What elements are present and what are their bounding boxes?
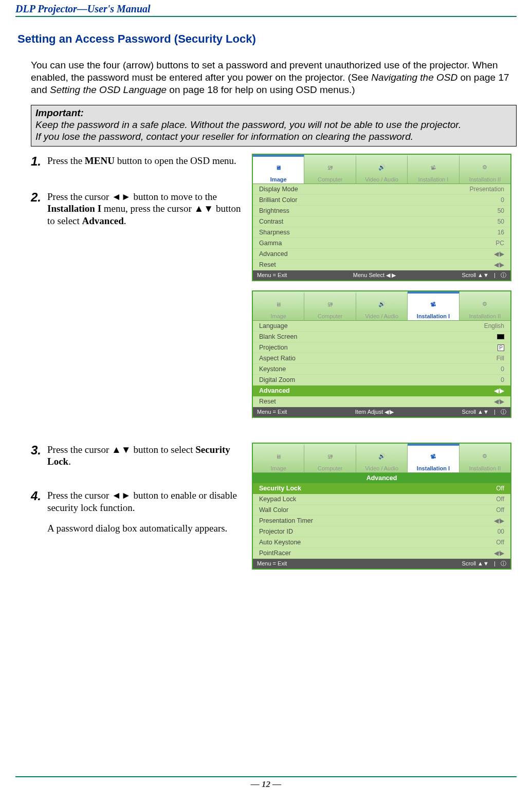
osd2-body: LanguageEnglish Blank Screen ProjectionP… bbox=[253, 321, 510, 407]
osd2-tab1-label: Image bbox=[270, 313, 286, 319]
osd2-row: Keystone0 bbox=[253, 364, 510, 375]
info-icon: ⓘ bbox=[501, 271, 506, 279]
footer-rule bbox=[15, 776, 517, 777]
osd-screenshot-2: 🖥Image 🖳Computer 🔊Video / Audio 📽Install… bbox=[252, 290, 511, 418]
projector-icon: 📽 bbox=[430, 164, 436, 171]
step-3-text-c: . bbox=[68, 456, 71, 467]
computer-icon: 🖳 bbox=[327, 164, 333, 171]
osd1-r2-value: 50 bbox=[498, 207, 504, 214]
osd3-r6-value: ◀∕▶ bbox=[494, 550, 504, 557]
osd2-row: Reset◀∕▶ bbox=[253, 396, 510, 407]
step-1-text-a: Press the bbox=[47, 155, 85, 166]
osd2-foot-left: Menu = Exit bbox=[257, 409, 287, 415]
note-line-2: If you lose the password, contact your r… bbox=[35, 131, 512, 143]
step-3: 3. Press the cursor ▲▼ button to select … bbox=[31, 443, 247, 468]
speaker-icon: 🔊 bbox=[378, 164, 386, 171]
intro-italic-1: Navigating the OSD bbox=[371, 72, 457, 83]
osd1-r7-label: Reset bbox=[259, 261, 276, 268]
header-rule bbox=[15, 16, 517, 17]
osd3-tab-video: 🔊Video / Audio bbox=[356, 444, 408, 472]
osd2-r5-label: Digital Zoom bbox=[259, 376, 295, 383]
osd2-footer: Menu = Exit Item Adjust ◀∕▶ Scroll ▲▼ | … bbox=[253, 407, 510, 417]
step-1-bold: MENU bbox=[85, 155, 115, 166]
osd1-row: Contrast50 bbox=[253, 216, 510, 227]
osd2-r7-value: ◀∕▶ bbox=[494, 398, 504, 405]
gear-icon: ⚙ bbox=[482, 164, 487, 171]
osd1-tab1-label: Image bbox=[270, 176, 287, 182]
osd1-body: Display ModePresentation Brilliant Color… bbox=[253, 184, 510, 270]
step-2-text-e: . bbox=[124, 215, 126, 226]
osd1-row: Advanced◀∕▶ bbox=[253, 249, 510, 260]
projector-icon: 📽 bbox=[430, 301, 436, 307]
osd1-r0-label: Display Mode bbox=[259, 186, 298, 193]
osd2-tab5-label: Installation II bbox=[469, 313, 501, 319]
osd1-tab2-label: Computer bbox=[318, 176, 342, 182]
osd2-tab2-label: Computer bbox=[318, 313, 342, 319]
osd2-r4-label: Keystone bbox=[259, 365, 286, 373]
osd2-tab-install1: 📽Installation I bbox=[408, 291, 459, 320]
osd1-r2-label: Brightness bbox=[259, 207, 289, 214]
osd3-footer: Menu = Exit Scroll ▲▼ | ⓘ bbox=[253, 559, 510, 569]
osd3-tab4-label: Installation I bbox=[417, 465, 450, 471]
osd3-tab1-label: Image bbox=[270, 465, 286, 471]
osd3-row: Presentation Timer◀∕▶ bbox=[253, 516, 510, 526]
osd1-r5-label: Gamma bbox=[259, 240, 282, 247]
step-2: 2. Press the cursor ◄► button to move to… bbox=[31, 190, 247, 227]
osd3-r3-label: Presentation Timer bbox=[259, 517, 313, 524]
osd3-r5-label: Auto Keystone bbox=[259, 539, 301, 546]
osd3-r1-value: Off bbox=[496, 496, 504, 503]
osd2-row-highlight: Advanced◀∕▶ bbox=[253, 386, 510, 396]
osd2-row: Digital Zoom0 bbox=[253, 375, 510, 386]
gear-icon: ⚙ bbox=[482, 453, 487, 460]
osd2-r2-label: Projection bbox=[259, 344, 288, 351]
step-2-text-a: Press the cursor ◄► button to move to th… bbox=[47, 191, 217, 202]
important-note-box: Important: Keep the password in a safe p… bbox=[31, 105, 517, 146]
step-4-text-b: A password dialog box automatically appe… bbox=[47, 522, 247, 535]
osd2-r6-label: Advanced bbox=[259, 387, 290, 394]
info-icon: ⓘ bbox=[501, 560, 506, 568]
step-1: 1. Press the MENU button to open the OSD… bbox=[31, 154, 247, 169]
projector-icon: 📽 bbox=[430, 453, 436, 460]
osd1-tab-install2: ⚙Installation II bbox=[460, 155, 510, 184]
step-4-number: 4. bbox=[31, 488, 47, 504]
osd1-footer: Menu = Exit Menu Select ◀ ▶ Scroll ▲▼ | … bbox=[253, 270, 510, 280]
osd2-r1-label: Blank Screen bbox=[259, 333, 297, 340]
osd1-r3-label: Contrast bbox=[259, 218, 283, 225]
osd1-r1-value: 0 bbox=[501, 196, 504, 204]
color-swatch-icon bbox=[497, 334, 504, 339]
osd2-row: LanguageEnglish bbox=[253, 321, 510, 332]
step-4: 4. Press the cursor ◄► button to enable … bbox=[31, 488, 247, 534]
osd2-r3-value: Fill bbox=[497, 355, 504, 362]
speaker-icon: 🔊 bbox=[378, 453, 386, 460]
osd3-r2-value: Off bbox=[496, 506, 504, 514]
osd3-row: Keypad LockOff bbox=[253, 494, 510, 505]
osd3-foot-right: Scroll ▲▼ | ⓘ bbox=[462, 560, 506, 568]
osd2-r5-value: 0 bbox=[501, 376, 504, 383]
osd3-r0-label: Security Lock bbox=[259, 485, 301, 492]
osd2-r0-value: English bbox=[484, 322, 504, 330]
osd3-r5-value: Off bbox=[496, 539, 504, 546]
osd1-tab4-label: Installation I bbox=[418, 176, 449, 182]
monitor-icon: 🖥 bbox=[276, 301, 281, 307]
step-1-number: 1. bbox=[31, 154, 47, 169]
osd1-tab5-label: Installation II bbox=[469, 176, 501, 182]
osd1-row: Brilliant Color0 bbox=[253, 195, 510, 206]
osd1-row: Brightness50 bbox=[253, 206, 510, 216]
osd2-r6-value: ◀∕▶ bbox=[494, 387, 504, 394]
step-3-text-a: Press the cursor ▲▼ button to select bbox=[47, 444, 195, 455]
note-title: Important: bbox=[35, 107, 512, 119]
osd2-row: Aspect RatioFill bbox=[253, 353, 510, 364]
osd3-row: Projector ID00 bbox=[253, 526, 510, 537]
osd3-row: Wall ColorOff bbox=[253, 505, 510, 516]
osd3-tab-install2: ⚙Installation II bbox=[460, 444, 510, 472]
osd3-tab-install1: 📽Installation I bbox=[408, 444, 459, 472]
osd1-r4-value: 16 bbox=[498, 229, 504, 236]
osd3-tab3-label: Video / Audio bbox=[365, 465, 398, 471]
osd2-foot-right: Scroll ▲▼ | ⓘ bbox=[462, 408, 506, 416]
page-footer: — 12 — bbox=[15, 776, 517, 790]
osd1-row: Display ModePresentation bbox=[253, 184, 510, 195]
note-line-1: Keep the password in a safe place. Witho… bbox=[35, 119, 512, 131]
osd1-tab3-label: Video / Audio bbox=[365, 176, 398, 182]
osd2-foot-mid: Item Adjust ◀∕▶ bbox=[355, 409, 394, 415]
osd3-tabbar: 🖥Image 🖳Computer 🔊Video / Audio 📽Install… bbox=[253, 444, 510, 473]
